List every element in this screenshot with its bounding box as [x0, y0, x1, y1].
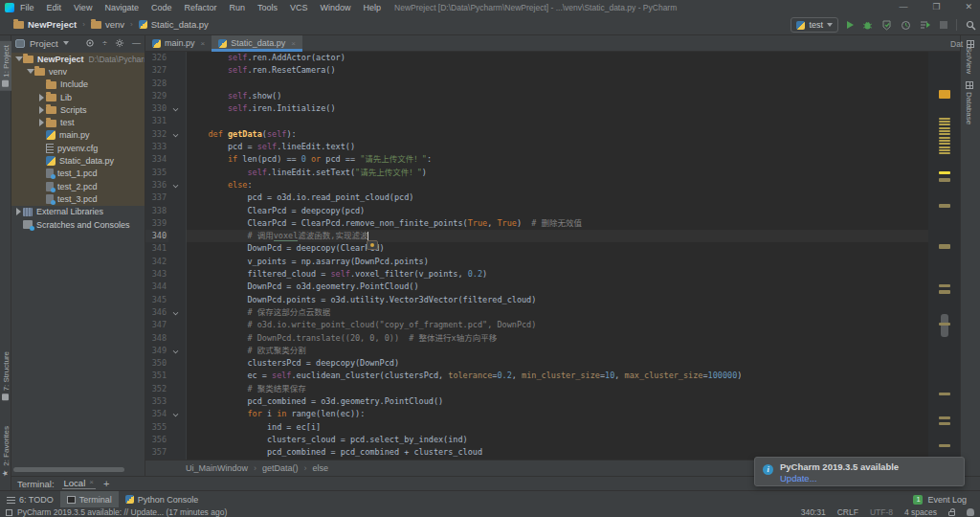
line-number[interactable]: 329 [145, 90, 168, 102]
code-line-356[interactable]: 356 clusters_cloud = pcd.select_by_index… [145, 434, 960, 446]
tool-button-favorites[interactable]: ★ 2: Favorites [0, 426, 11, 478]
indent-style[interactable]: 4 spaces [904, 507, 937, 517]
code-line-330[interactable]: 330 self.iren.Initialize() [145, 102, 960, 115]
warning-stripe-mark[interactable] [939, 130, 950, 132]
warning-stripe-mark[interactable] [939, 152, 950, 154]
tree-item-newpreject[interactable]: NewPrejectD:\Data\Pycharm [11, 53, 145, 65]
line-number[interactable]: 356 [145, 434, 168, 446]
code-line-329[interactable]: 329 self.show() [145, 90, 960, 102]
menu-help[interactable]: Help [364, 3, 382, 12]
menu-code[interactable]: Code [151, 3, 172, 12]
tree-item-test-1-pcd[interactable]: test_1.pcd [11, 168, 145, 180]
line-number[interactable]: 333 [145, 141, 168, 153]
line-number[interactable]: 337 [145, 191, 168, 204]
breadcrumb-project[interactable]: NewPreject [13, 19, 77, 30]
code-line-351[interactable]: 351 ec = self.euclidean_cluster(clusters… [145, 370, 960, 382]
tool-window-switcher-icon[interactable] [6, 509, 12, 516]
menu-navigate[interactable]: Navigate [104, 3, 139, 12]
line-number[interactable]: 348 [145, 332, 168, 345]
code-line-342[interactable]: 342 v_points = np.asarray(DownPcd.points… [145, 256, 960, 268]
tool-button-structure[interactable]: 7: Structure [0, 351, 11, 400]
code-line-355[interactable]: 355 ind = ec[i] [145, 421, 960, 434]
line-number[interactable]: 357 [145, 446, 168, 459]
collapse-all-button[interactable]: ÷ [102, 38, 107, 48]
line-number[interactable]: 341 [145, 242, 168, 255]
tree-collapse-arrow[interactable] [26, 69, 34, 74]
line-number[interactable]: 336 [145, 179, 168, 191]
close-button[interactable]: ✕ [965, 0, 972, 14]
line-number[interactable]: 351 [145, 370, 168, 382]
status-message[interactable]: PyCharm 2019.3.5 available: // Update...… [17, 507, 227, 517]
inspections-hector-icon[interactable] [967, 508, 974, 516]
code-line-333[interactable]: 333 pcd = self.lineEdit.text() [145, 141, 960, 153]
fold-marker[interactable] [168, 408, 187, 420]
menu-vcs[interactable]: VCS [290, 3, 308, 12]
line-number[interactable]: 335 [145, 167, 168, 179]
tree-item-scripts[interactable]: Scripts [11, 103, 145, 116]
line-number[interactable]: 326 [145, 52, 168, 64]
warning-stripe-mark[interactable] [939, 204, 950, 208]
warning-stripe-mark[interactable] [939, 422, 950, 425]
line-number[interactable]: 352 [145, 383, 168, 395]
update-notification-popup[interactable]: i PyCharm 2019.3.5 available Update... [754, 457, 965, 486]
breadcrumb-block[interactable]: else [313, 463, 329, 473]
run-configuration-select[interactable]: test [791, 17, 838, 33]
coverage-button[interactable] [881, 20, 892, 31]
warning-stripe-mark[interactable] [939, 323, 950, 326]
settings-gear-icon[interactable] [115, 38, 124, 48]
tree-item-pyvenv-cfg[interactable]: pyvenv.cfg [11, 142, 145, 154]
line-separator[interactable]: CRLF [837, 507, 858, 517]
warning-stripe-mark[interactable] [939, 416, 950, 419]
tree-collapse-arrow[interactable] [14, 56, 23, 61]
line-number[interactable]: 332 [145, 128, 168, 141]
line-number[interactable]: 327 [145, 64, 168, 77]
warning-stripe-mark[interactable] [939, 171, 950, 174]
tool-button-database[interactable]: Database [965, 81, 973, 124]
event-log-button[interactable]: 1 Event Log [913, 495, 967, 505]
run-configurations-button[interactable] [920, 20, 931, 31]
maximize-button[interactable]: ❐ [932, 0, 940, 14]
warning-stripe-mark[interactable] [939, 290, 950, 294]
run-button[interactable] [847, 21, 854, 29]
line-number[interactable]: 330 [145, 102, 168, 115]
code-line-348[interactable]: 348 # DownPcd.translate((20, 0, 0)) # 整体… [145, 332, 960, 345]
code-line-337[interactable]: 337 pcd = o3d.io.read_point_cloud(pcd) [145, 191, 960, 204]
warning-stripe-mark[interactable] [939, 149, 950, 151]
line-number[interactable]: 343 [145, 268, 168, 281]
new-terminal-button[interactable]: + [103, 478, 109, 489]
fold-marker[interactable] [168, 102, 187, 115]
tree-item-external-libraries[interactable]: External Libraries [11, 206, 145, 218]
tree-expand-arrow[interactable] [37, 119, 46, 126]
warning-stripe-mark[interactable] [939, 146, 950, 148]
code-line-331[interactable]: 331 [145, 115, 960, 127]
warning-stripe-mark[interactable] [939, 124, 950, 125]
code-line-353[interactable]: 353 pcd_combined = o3d.geometry.PointClo… [145, 395, 960, 408]
warning-stripe-mark[interactable] [939, 178, 950, 182]
horizontal-scrollbar[interactable] [13, 467, 124, 472]
warning-stripe-mark[interactable] [939, 444, 950, 447]
fold-marker[interactable] [168, 179, 187, 191]
hide-panel-button[interactable]: — [132, 38, 141, 48]
breadcrumb-method[interactable]: getData() [262, 463, 299, 473]
breadcrumb-file[interactable]: Static_data.py [139, 19, 209, 30]
tool-button-sciview[interactable]: SciView [965, 47, 973, 74]
tree-expand-arrow[interactable] [14, 208, 23, 215]
code-line-349[interactable]: 349 # 欧式聚类分割 [145, 345, 960, 357]
warning-stripe-mark[interactable] [939, 244, 950, 249]
tree-item-static-data-py[interactable]: Static_data.py [11, 154, 145, 167]
line-number[interactable]: 344 [145, 281, 168, 293]
search-everywhere-button[interactable] [966, 20, 976, 31]
tree-item-include[interactable]: Include [11, 79, 145, 91]
intention-bulb-icon[interactable] [367, 240, 378, 250]
file-encoding[interactable]: UTF-8 [870, 507, 893, 517]
line-number[interactable]: 346 [145, 306, 168, 319]
locate-file-button[interactable] [85, 38, 95, 48]
menu-refactor[interactable]: Refactor [184, 3, 216, 12]
update-link[interactable]: Update... [780, 473, 956, 483]
line-number[interactable]: 347 [145, 319, 168, 331]
code-line-335[interactable]: 335 self.lineEdit.setText("请先上传文件！") [145, 167, 960, 179]
tree-expand-arrow[interactable] [37, 106, 46, 114]
status-message-area[interactable]: PyCharm 2019.3.5 available: // Update...… [6, 507, 227, 517]
line-number[interactable]: 355 [145, 421, 168, 434]
line-number[interactable]: 349 [145, 345, 168, 357]
